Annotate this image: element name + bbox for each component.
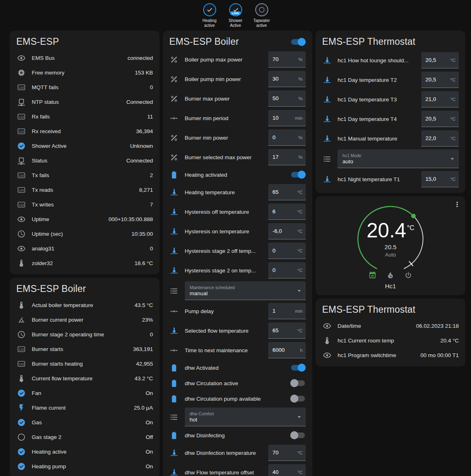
badge-tapwater-active[interactable]: Tapwater active <box>250 3 273 28</box>
entity-value: 10:35:00 <box>131 231 153 237</box>
badge-heating-active[interactable]: Heating active <box>198 3 221 28</box>
entity-label: Heating active <box>32 449 140 455</box>
svg-text:123: 123 <box>19 86 24 89</box>
row-mqtt-fails[interactable]: 123MQTT fails0 <box>10 80 160 94</box>
row-shower-active[interactable]: Shower ActiveUnknown <box>10 138 160 153</box>
number-input[interactable]: 0% <box>268 129 306 146</box>
row-uptime-sec[interactable]: Uptime (sec)10:35:00 <box>10 226 160 241</box>
row-date-time[interactable]: Date/time06.02.2023 21:18 <box>315 318 465 333</box>
column-left: EMS-ESP EMS BusconnectedFree memory153 K… <box>10 31 160 476</box>
row-hc1-day-temperature-t4: hc1 Day temperature T420,5°C <box>315 109 465 129</box>
number-input[interactable]: 20,5°C <box>421 72 459 88</box>
row-flame-current[interactable]: Flame current25.0 µA <box>10 400 160 415</box>
number-input[interactable]: -6,0°C <box>268 223 306 239</box>
toggle-switch[interactable] <box>291 365 305 371</box>
thermometer-icon <box>16 301 26 309</box>
counter-icon: 123 <box>16 171 26 180</box>
number-input[interactable]: 6°C <box>268 204 306 220</box>
toggle-switch[interactable] <box>291 432 305 438</box>
row-burner-starts-heating[interactable]: 123Burner starts heating42,955 <box>10 356 160 371</box>
thermostat-dial[interactable]: 20.4°C 20.5 Auto <box>352 200 429 278</box>
select-field[interactable]: dhw Comforthot <box>185 408 306 426</box>
number-input[interactable]: 17% <box>268 149 306 165</box>
number-input[interactable]: 21,0°C <box>421 91 459 107</box>
row-hc1-current-room-temp[interactable]: hc1 Current room temp20.4 °C <box>315 333 465 348</box>
row-hc1-day-temperature-t2: hc1 Day temperature T220,5°C <box>315 70 465 90</box>
number-input[interactable]: 0°C <box>268 243 306 259</box>
row-gas-stage-2[interactable]: Gas stage 2Off <box>10 430 160 444</box>
number-input[interactable]: 65°C <box>268 184 306 200</box>
row-tx-fails[interactable]: 123Tx fails2 <box>10 168 160 182</box>
row-heating-active[interactable]: Heating activeOn <box>10 444 160 459</box>
row-burner-stage-2-operating-time[interactable]: Burner stage 2 operating time0 <box>10 327 160 342</box>
toggle-switch[interactable] <box>291 396 305 401</box>
number-input[interactable]: 10min <box>268 110 306 126</box>
row-actual-boiler-temperature[interactable]: Actual boiler temperature43.5 °C <box>10 298 160 312</box>
row-hc1-program-switchtime[interactable]: hc1 Program switchtime00 mo 00:00 T1 <box>315 348 465 362</box>
row-free-memory[interactable]: Free memory153 KB <box>10 65 160 80</box>
thermometer-icon <box>322 336 332 345</box>
counter-icon: 123 <box>16 112 26 121</box>
badge-shower-active[interactable]: LINK Shower Active <box>224 3 247 28</box>
battery-icon <box>169 395 179 403</box>
row-rx-received[interactable]: 123Rx received36,394 <box>10 124 160 138</box>
number-input[interactable]: 1min <box>268 303 306 319</box>
row-fan[interactable]: FanOn <box>10 386 160 400</box>
select-field[interactable]: Maintenance scheduledmanual <box>185 281 306 300</box>
thermostat-dial-card: 20.4°C 20.5 Auto Hc1 <box>315 196 465 295</box>
entity-label: dhw Activated <box>185 365 286 371</box>
number-input[interactable]: 6000h <box>268 342 306 358</box>
thermometer-icon <box>16 374 26 383</box>
row-time-to-next-maintenance: Time to next maintenance6000h <box>163 340 313 360</box>
number-input[interactable]: 22,0°C <box>421 130 459 147</box>
entity-label: Flame current <box>32 405 128 411</box>
number-input[interactable]: 20,5°C <box>421 111 459 127</box>
entity-value: Connected <box>126 99 153 105</box>
row-status[interactable]: StatusConnected <box>10 153 160 168</box>
row-tx-writes[interactable]: 123Tx writes7 <box>10 197 160 212</box>
number-input[interactable]: 40°C <box>268 464 306 476</box>
entity-label: Date/time <box>337 323 410 329</box>
memory-icon <box>16 68 26 77</box>
toggle-switch[interactable] <box>291 380 305 386</box>
number-input[interactable]: 65°C <box>268 322 306 339</box>
number-input[interactable]: 20,5°C <box>421 52 459 68</box>
entity-label: Gas stage 2 <box>32 434 140 440</box>
entity-value: 000+10:35:00.888 <box>108 216 153 222</box>
target-temperature: 20.5 <box>385 243 397 250</box>
number-input[interactable]: 15,0°C <box>421 171 459 187</box>
list-icon <box>169 287 179 295</box>
row-dhw-disinfecting: dhw Disinfecting <box>163 428 313 443</box>
number-input[interactable]: 30% <box>268 71 306 87</box>
entity-label: NTP status <box>32 99 120 105</box>
row-zolder32[interactable]: zolder3218.6 °C <box>10 256 160 270</box>
toggle-switch[interactable] <box>291 172 305 178</box>
svg-text:123: 123 <box>19 174 24 177</box>
row-analog31[interactable]: analog310 <box>10 241 160 256</box>
check-circle-icon <box>16 447 26 456</box>
row-ems-bus[interactable]: EMS Busconnected <box>10 50 160 65</box>
row-heating-pump[interactable]: Heating pumpOn <box>10 459 160 474</box>
row-rx-fails[interactable]: 123Rx fails11 <box>10 109 160 124</box>
row-burner-starts[interactable]: 123Burner starts363,191 <box>10 342 160 356</box>
select-field[interactable]: hc1 Modeauto <box>337 149 459 168</box>
row-ntp-status[interactable]: NTP statusConnected <box>10 94 160 109</box>
row-uptime[interactable]: Uptime000+10:35:00.888 <box>10 212 160 226</box>
number-input[interactable]: 50% <box>268 90 306 107</box>
number-value: 6000 <box>272 347 285 353</box>
number-value: 30 <box>272 76 278 82</box>
row-current-flow-temperature[interactable]: Current flow temperature43.2 °C <box>10 371 160 386</box>
chevron-down-icon <box>448 155 456 163</box>
entity-value: 25.0 µA <box>134 405 153 411</box>
card-master-toggle[interactable] <box>291 39 305 45</box>
row-burner-current-power[interactable]: Burner current power23% <box>10 312 160 327</box>
svg-text:123: 123 <box>19 189 24 192</box>
thermo-water-icon <box>169 468 179 476</box>
number-input[interactable]: 70% <box>268 51 306 68</box>
row-tx-reads[interactable]: 123Tx reads8,271 <box>10 182 160 197</box>
row-hc1-how-hot-lounge-should: hc1 How hot lounge should...20,5°C <box>315 50 465 70</box>
more-menu-icon[interactable] <box>453 200 461 208</box>
number-input[interactable]: 70°C <box>268 445 306 461</box>
row-gas[interactable]: GasOn <box>10 415 160 430</box>
number-input[interactable]: 0°C <box>268 262 306 279</box>
